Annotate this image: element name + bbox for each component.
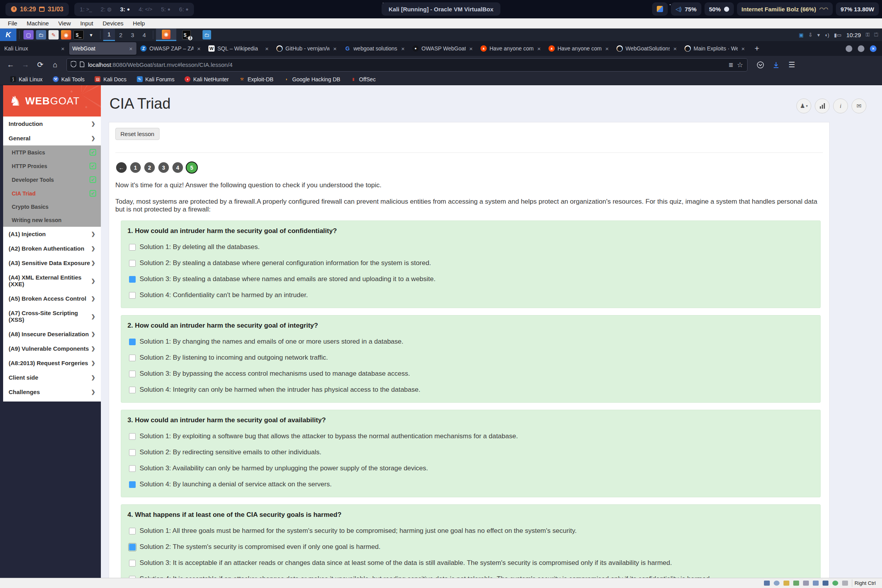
page-1-button[interactable]: 1 xyxy=(130,162,141,173)
display-status-icon[interactable] xyxy=(823,581,828,586)
sidebar-item-a3-sensitive-data[interactable]: (A3) Sensitive Data Exposure❯ xyxy=(3,256,101,270)
menu-machine[interactable]: Machine xyxy=(23,19,53,27)
network-status-icon[interactable] xyxy=(793,581,799,586)
vm-clock[interactable]: 10:29 xyxy=(846,32,861,38)
workspace-3[interactable]: 3:● xyxy=(120,6,130,13)
menu-input[interactable]: Input xyxy=(76,19,97,27)
quiz-option[interactable]: Solution 1: By exploiting a software bug… xyxy=(129,432,814,440)
brightness-indicator[interactable]: 50% xyxy=(705,2,734,16)
back-icon[interactable]: ← xyxy=(4,59,17,71)
contact-button[interactable]: ✉ xyxy=(852,99,866,113)
checkbox[interactable] xyxy=(129,260,136,267)
checkbox[interactable] xyxy=(129,528,136,534)
tab-owasp-zap[interactable]: Z OWASP ZAP – ZAP i × xyxy=(137,42,204,55)
mouse-status-icon[interactable] xyxy=(842,581,848,586)
tab-close-icon[interactable]: × xyxy=(400,45,405,52)
tab-owasp-webgoat[interactable]: ● OWASP WebGoat: G × xyxy=(409,42,477,55)
checkbox[interactable] xyxy=(129,560,136,566)
caret-tray-icon[interactable]: ▾ xyxy=(817,32,820,38)
workspace-5[interactable]: 5:● xyxy=(161,6,170,13)
checkbox[interactable] xyxy=(129,465,136,472)
quiz-option[interactable]: Solution 2: The system's security is com… xyxy=(129,543,814,551)
battery-tray-icon[interactable]: ▮▭ xyxy=(834,32,841,38)
checkbox[interactable] xyxy=(129,371,136,377)
report-card-button[interactable] xyxy=(815,99,830,113)
quiz-option[interactable]: Solution 2: By listening to incoming and… xyxy=(129,354,814,362)
sidebar-item-general[interactable]: General ❯ xyxy=(3,131,101,145)
kali-menu-button[interactable]: K xyxy=(0,29,16,41)
vm-workspace-2[interactable]: 2 xyxy=(115,29,127,41)
bookmark-exploit-db[interactable]: ⚒Exploit-DB xyxy=(239,76,273,82)
bookmark-kali-nethunter[interactable]: ◖Kali NetHunter xyxy=(185,76,229,82)
quiz-option[interactable]: Solution 2: By redirecting sensitive ema… xyxy=(129,448,814,456)
firefox-launcher-icon[interactable]: ◉ xyxy=(61,30,71,39)
tab-close-icon[interactable]: × xyxy=(604,45,610,52)
sidebar-item-introduction[interactable]: Introduction ❯ xyxy=(3,117,101,131)
sidebar-item-client-side[interactable]: Client side❯ xyxy=(3,370,101,385)
tab-close-icon[interactable]: × xyxy=(264,45,269,52)
lesson-developer-tools[interactable]: Developer Tools ✔ xyxy=(3,173,101,186)
about-button[interactable]: i xyxy=(833,99,848,113)
terminal-window-button[interactable]: $_ 3 xyxy=(176,29,197,41)
tab-main-exploits[interactable]: ⬤ Main Exploits · WebG × xyxy=(681,42,749,55)
pocket-icon[interactable] xyxy=(754,59,767,71)
vm-workspace-1[interactable]: 1 xyxy=(103,29,115,41)
vm-workspace-3[interactable]: 3 xyxy=(127,29,138,41)
menu-help[interactable]: Help xyxy=(129,19,149,27)
sidebar-item-challenges[interactable]: Challenges❯ xyxy=(3,385,101,402)
maximize-button[interactable] xyxy=(858,45,864,52)
tab-close-icon[interactable]: × xyxy=(536,45,541,52)
workspace-4[interactable]: 4:</> xyxy=(138,6,152,13)
audio-status-icon[interactable] xyxy=(783,581,789,586)
logout-icon[interactable]: ⏍ xyxy=(874,32,878,38)
url-bar[interactable]: localhost:8080/WebGoat/start.mvc#lesson/… xyxy=(66,58,748,72)
sidebar-item-a8-2013-request-forgeries[interactable]: (A8:2013) Request Forgeries❯ xyxy=(3,356,101,370)
user-menu-button[interactable]: ♟▾ xyxy=(796,99,811,113)
reload-icon[interactable]: ⟳ xyxy=(34,59,47,71)
quiz-option[interactable]: Solution 1: All three goals must be harm… xyxy=(129,527,814,535)
tab-sql-wikipedia[interactable]: W SQL – Wikipedia × xyxy=(205,42,272,55)
home-icon[interactable]: ⌂ xyxy=(48,59,62,71)
checkbox[interactable] xyxy=(129,292,136,299)
previous-page-button[interactable]: ← xyxy=(116,162,127,173)
sidebar-item-a8-insecure-deserialization[interactable]: (A8) Insecure Deserialization❯ xyxy=(3,327,101,341)
menu-file[interactable]: File xyxy=(4,19,21,27)
wifi-indicator[interactable]: Internet Familie Bolz (66%) ◠◠ xyxy=(737,2,833,16)
tab-reddit-2[interactable]: ᴥ Have anyone comple × xyxy=(545,42,613,55)
hamburger-menu-icon[interactable]: ☰ xyxy=(785,59,798,71)
host-clock-widget[interactable]: 16:29 31/03 xyxy=(5,3,69,16)
tab-reddit-1[interactable]: ᴥ Have anyone comple × xyxy=(477,42,545,55)
lesson-crypto-basics[interactable]: Crypto Basics xyxy=(3,200,101,213)
cd-status-icon[interactable] xyxy=(774,581,780,586)
file-manager-icon[interactable]: 🗀 xyxy=(36,30,46,39)
checkbox[interactable] xyxy=(129,433,136,440)
checkbox[interactable] xyxy=(129,449,136,456)
tab-close-icon[interactable]: × xyxy=(468,45,473,52)
bookmark-kali-tools[interactable]: ⚒Kali Tools xyxy=(53,76,85,82)
firefox-window-button[interactable]: ◉ xyxy=(156,29,176,41)
checkbox[interactable] xyxy=(129,481,136,488)
shield-icon[interactable] xyxy=(71,61,76,68)
notifications-icon[interactable]: ◖) xyxy=(825,32,829,38)
workspace-1[interactable]: 1:>_ xyxy=(80,6,92,13)
downloads-icon[interactable] xyxy=(769,59,783,71)
text-editor-icon[interactable]: ✎ xyxy=(48,30,59,39)
quiz-option[interactable]: Solution 3: By stealing a database where… xyxy=(129,275,814,283)
url-text[interactable]: localhost:8080/WebGoat/start.mvc#lesson/… xyxy=(88,61,725,68)
lesson-http-proxies[interactable]: HTTP Proxies ✔ xyxy=(3,159,101,173)
host-workspace-switcher[interactable]: 1:>_ 2:◍ 3:● 4:</> 5:● 6:● xyxy=(74,3,194,16)
lock-screen-icon[interactable]: ⚿ xyxy=(866,32,869,38)
features-status-icon[interactable] xyxy=(832,581,838,586)
shared-folders-status-icon[interactable] xyxy=(813,581,819,586)
launcher-dropdown-icon[interactable]: ▾ xyxy=(86,30,96,39)
lesson-writing-new-lesson[interactable]: Writing new lesson xyxy=(3,213,101,227)
tab-close-icon[interactable]: × xyxy=(332,45,337,52)
reader-mode-icon[interactable]: ≣ xyxy=(728,61,733,68)
terminal-launcher-icon[interactable]: $_ xyxy=(74,30,84,39)
checkbox[interactable] xyxy=(129,387,136,393)
quiz-option[interactable]: Solution 4: Integrity can only be harmed… xyxy=(129,386,814,394)
checkbox[interactable] xyxy=(129,576,136,578)
page-4-button[interactable]: 4 xyxy=(172,162,183,173)
updates-tray-icon[interactable]: ⇩ xyxy=(808,32,813,38)
page-2-button[interactable]: 2 xyxy=(144,162,155,173)
